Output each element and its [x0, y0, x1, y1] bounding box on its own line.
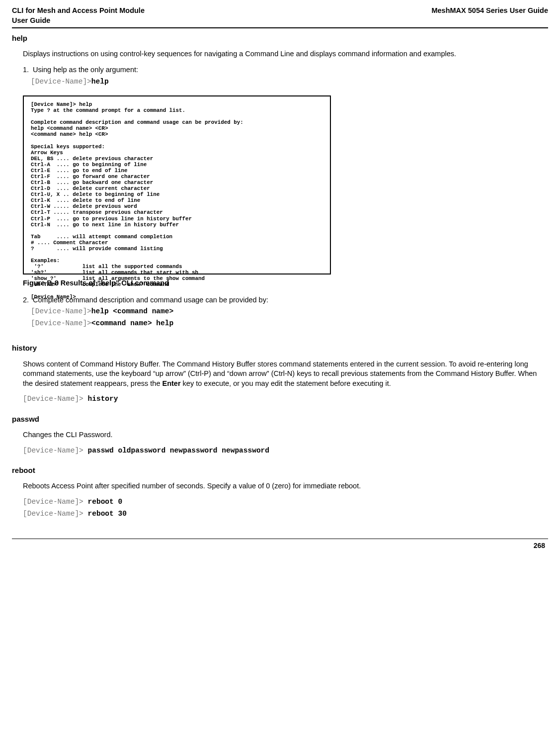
prompt: [Device-Name]> [31, 78, 91, 86]
prompt: [Device-Name]> [23, 498, 83, 506]
help-step-2-code-a: [Device-Name]>help <command name> [31, 307, 545, 317]
prompt: [Device-Name]> [23, 510, 83, 518]
passwd-code: [Device-Name]> passwd oldpassword newpas… [23, 446, 545, 456]
cmd-text: reboot 30 [83, 510, 127, 518]
header-left: CLI for Mesh and Access Point Module Use… [12, 6, 145, 25]
reboot-code-b: [Device-Name]> reboot 30 [23, 509, 545, 519]
help-output-figure: [Device Name]> help Type ? at the comman… [23, 95, 331, 274]
help-step-1: 1. Using help as the only argument: [31, 65, 545, 75]
reboot-body: Reboots Access Point after specified num… [23, 481, 545, 491]
header-left-line1: CLI for Mesh and Access Point Module [12, 6, 145, 14]
help-intro: Displays instructions on using control-k… [23, 49, 545, 59]
page-number: 268 [12, 541, 548, 550]
enter-key: Enter [162, 379, 181, 387]
passwd-heading: passwd [12, 414, 548, 424]
cmd-text: <command name> help [91, 319, 173, 327]
cmd-text: reboot 0 [83, 498, 122, 506]
passwd-body: Changes the CLI Password. [23, 430, 545, 440]
history-body-b: key to execute, or you may edit the stat… [181, 379, 391, 387]
help-output-text: [Device Name]> help Type ? at the comman… [31, 101, 323, 300]
prompt: [Device-Name]> [23, 395, 83, 403]
history-heading: history [12, 343, 548, 353]
cmd-text: help <command name> [91, 307, 173, 315]
help-step-2: 2. Complete command description and comm… [31, 295, 545, 305]
prompt: [Device-Name]> [31, 319, 91, 327]
prompt: [Device-Name]> [31, 307, 91, 315]
header-right: MeshMAX 5054 Series User Guide [431, 6, 548, 25]
header-left-line2: User Guide [12, 16, 50, 24]
cmd-text: help [91, 78, 109, 86]
figure-caption: Figure B-8 Results of “help” CLI command [23, 278, 548, 288]
reboot-heading: reboot [12, 465, 548, 475]
help-step-2-code-b: [Device-Name]><command name> help [31, 319, 545, 329]
cmd-text: passwd oldpassword newpassword newpasswo… [83, 447, 269, 455]
history-code: [Device-Name]> history [23, 394, 545, 404]
page-header: CLI for Mesh and Access Point Module Use… [12, 6, 548, 25]
help-heading: help [12, 33, 548, 43]
header-rule [12, 27, 548, 28]
prompt: [Device-Name]> [23, 447, 83, 455]
help-step-1-code: [Device-Name]>help [31, 77, 545, 87]
help-step-2-text: Complete command description and command… [33, 296, 268, 304]
history-body: Shows content of Command History Buffer.… [23, 360, 545, 389]
list-number: 1. [23, 65, 31, 75]
reboot-code-a: [Device-Name]> reboot 0 [23, 497, 545, 507]
footer-rule [12, 539, 548, 539]
help-step-1-text: Using help as the only argument: [33, 66, 138, 74]
cmd-text: history [83, 395, 118, 403]
list-number: 2. [23, 295, 31, 305]
